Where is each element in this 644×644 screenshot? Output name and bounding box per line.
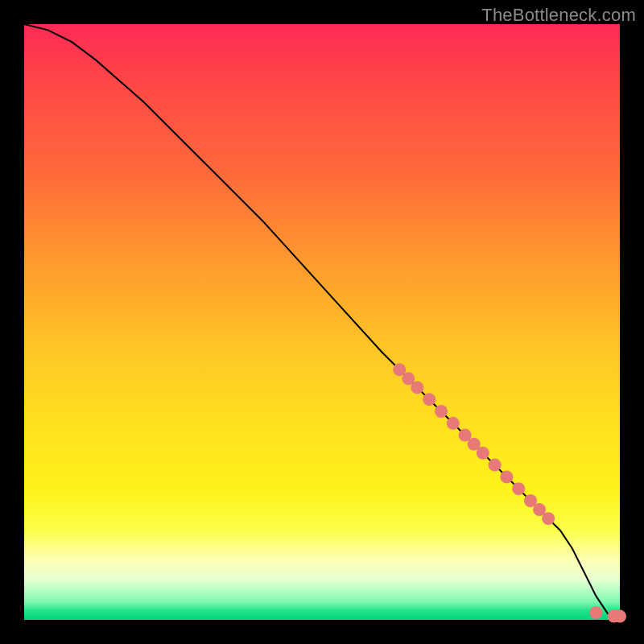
line-series-curve — [24, 24, 620, 617]
data-point — [411, 381, 423, 394]
data-point — [435, 405, 448, 418]
data-point — [489, 459, 502, 472]
data-point — [447, 417, 460, 430]
data-point — [500, 470, 513, 483]
chart-root: TheBottleneck.com — [0, 0, 644, 644]
data-point — [423, 393, 436, 406]
data-point — [542, 512, 555, 525]
data-point — [613, 610, 626, 623]
chart-overlay — [24, 24, 620, 620]
data-point — [512, 482, 525, 495]
attribution-text: TheBottleneck.com — [481, 5, 636, 26]
data-point — [477, 447, 489, 460]
data-point — [589, 606, 602, 619]
marker-group — [393, 363, 626, 622]
